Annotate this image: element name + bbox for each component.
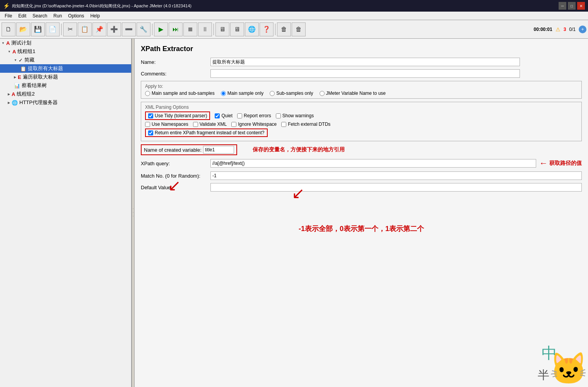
menu-run[interactable]: Run bbox=[50, 12, 65, 19]
tb-open[interactable]: 📂 bbox=[16, 22, 30, 36]
bottom-annotation: ↙ ↙ -1表示全部，0表示第一个，1表示第二个 bbox=[141, 203, 582, 233]
radio-jmeter-var[interactable]: JMeter Variable Name to use bbox=[320, 91, 386, 96]
menu-options[interactable]: Options bbox=[65, 12, 87, 19]
add-circle-button[interactable]: + bbox=[579, 26, 586, 33]
tb-start[interactable]: ▶ bbox=[154, 22, 168, 36]
window-title: 殆知阁优化.jmx (D:\soft\apache-jmeter-4.0\bin… bbox=[12, 3, 191, 9]
annotation-variable: 保存的变量名，方便接下来的地方引用 bbox=[253, 146, 345, 153]
menu-search[interactable]: Search bbox=[29, 12, 50, 19]
apply-to-group: Apply to: Main sample and sub-samples Ma… bbox=[141, 81, 582, 99]
tb-saveas[interactable]: 📄 bbox=[46, 22, 60, 36]
comments-label: Comments: bbox=[141, 71, 210, 77]
return-fragment-checkbox[interactable] bbox=[148, 130, 153, 135]
variable-label: Name of created variable: bbox=[144, 147, 202, 153]
check-fetch-dtds[interactable]: Fetch external DTDs bbox=[281, 122, 330, 127]
tb-new[interactable]: 🗋 bbox=[2, 22, 15, 36]
tb-start-no-pause[interactable]: ⏭ bbox=[169, 22, 183, 36]
check-validate-xml[interactable]: Validate XML bbox=[193, 122, 227, 127]
radio-main-sub[interactable]: Main sample and sub-samples bbox=[145, 91, 215, 96]
tb-remote-start[interactable]: 🖥 bbox=[215, 22, 229, 36]
sidebar-item-httpproxy[interactable]: ▶ 🌐 HTTP代理服务器 bbox=[0, 98, 131, 107]
check-ignore-ws[interactable]: Ignore Whitespace bbox=[231, 122, 277, 127]
sidebar-item-threadgroup1[interactable]: ▼ A 线程组1 bbox=[0, 47, 131, 56]
sidebar-item-label-extract: 提取所有大标题 bbox=[28, 65, 63, 72]
menu-help[interactable]: Help bbox=[87, 12, 103, 19]
variable-name-highlighted: Name of created variable: bbox=[141, 144, 237, 155]
menu-file[interactable]: File bbox=[2, 12, 15, 19]
use-ns-checkbox[interactable] bbox=[145, 122, 150, 127]
check-use-tidy[interactable]: Use Tidy (tolerant parser) bbox=[148, 113, 207, 118]
tree-icon-hp: 🌐 bbox=[12, 100, 18, 106]
comments-input[interactable] bbox=[210, 69, 520, 78]
error-count: 3 bbox=[564, 27, 566, 32]
return-fragment-highlighted: Return entire XPath fragment instead of … bbox=[145, 128, 268, 137]
tb-clear[interactable]: 🗑 bbox=[277, 22, 291, 36]
tb-remote-stop[interactable]: 🖥 bbox=[230, 22, 244, 36]
sidebar-item-label-testplan: 测试计划 bbox=[11, 39, 31, 46]
quiet-checkbox[interactable] bbox=[215, 113, 220, 118]
xml-row1: Use Tidy (tolerant parser) Quiet Report … bbox=[145, 111, 578, 120]
name-row: Name: bbox=[141, 58, 582, 66]
sidebar-item-threadgroup2[interactable]: ▶ A 线程组2 bbox=[0, 90, 131, 98]
xpath-row: XPath query: ← 获取路径的值 bbox=[141, 158, 582, 168]
tb-clear-all[interactable]: 🗑 bbox=[292, 22, 306, 36]
tree-icon-extract: 📋 bbox=[20, 66, 26, 72]
check-quiet[interactable]: Quiet bbox=[215, 113, 232, 118]
tb-collapse[interactable]: ➖ bbox=[122, 22, 136, 36]
tb-shutdown[interactable]: ⏸ bbox=[198, 22, 212, 36]
name-input[interactable] bbox=[210, 58, 520, 66]
check-show-warnings[interactable]: Show warnings bbox=[276, 113, 314, 118]
main-layout: ▼ A 测试计划 ▼ A 线程组1 ▼ ✓ 简藏 📋 提取所有大标题 ▶ E 遍… bbox=[0, 39, 588, 387]
fetch-dtds-checkbox[interactable] bbox=[281, 122, 286, 127]
maximize-button[interactable]: □ bbox=[568, 2, 576, 10]
variable-input[interactable] bbox=[203, 146, 234, 154]
sidebar-item-viewresult[interactable]: 📊 察看结果树 bbox=[0, 81, 131, 90]
menu-bar: File Edit Search Run Options Help bbox=[0, 12, 588, 20]
validate-xml-checkbox[interactable] bbox=[193, 122, 198, 127]
title-bar-left: ⚡ 殆知阁优化.jmx (D:\soft\apache-jmeter-4.0\b… bbox=[3, 3, 191, 9]
expand-icon-tg1: ▼ bbox=[8, 50, 11, 53]
sidebar-item-traverse[interactable]: ▶ E 遍历获取大标题 bbox=[0, 73, 131, 81]
tb-toggle[interactable]: 🔧 bbox=[137, 22, 150, 36]
check-return-fragment[interactable]: Return entire XPath fragment instead of … bbox=[148, 130, 265, 135]
expand-icon-col: ▼ bbox=[14, 58, 17, 62]
check-use-ns[interactable]: Use Namespaces bbox=[145, 122, 188, 127]
radio-main-only[interactable]: Main sample only bbox=[221, 91, 263, 96]
tb-save[interactable]: 💾 bbox=[31, 22, 45, 36]
matchno-row: Match No. (0 for Random): bbox=[141, 171, 582, 180]
apply-to-title: Apply to: bbox=[145, 84, 578, 89]
tb-sep4 bbox=[275, 24, 275, 35]
annotation-bottom: -1表示全部，0表示第一个，1表示第二个 bbox=[141, 224, 582, 233]
arrow-down-1: ↙ bbox=[168, 176, 181, 194]
panel: XPath Extractor Name: Comments: Apply to… bbox=[135, 39, 588, 240]
use-tidy-checkbox[interactable] bbox=[148, 113, 153, 118]
minimize-button[interactable]: ─ bbox=[559, 2, 566, 10]
splitter[interactable]: · · · bbox=[132, 39, 135, 387]
close-button[interactable]: ✕ bbox=[577, 2, 585, 10]
tb-cut[interactable]: ✂ bbox=[63, 22, 77, 36]
report-errors-checkbox[interactable] bbox=[237, 113, 242, 118]
sidebar-item-extract[interactable]: 📋 提取所有大标题 bbox=[0, 64, 131, 73]
title-bar-controls: ─ □ ✕ bbox=[559, 2, 585, 10]
xml-row2: Use Namespaces Validate XML Ignore White… bbox=[145, 122, 578, 127]
tree-icon-testplan: A bbox=[6, 40, 10, 46]
default-input[interactable] bbox=[210, 183, 582, 192]
tb-help[interactable]: ❓ bbox=[260, 22, 273, 36]
sidebar-item-collection[interactable]: ▼ ✓ 简藏 bbox=[0, 56, 131, 64]
tree-icon-col: ✓ bbox=[19, 57, 23, 63]
menu-edit[interactable]: Edit bbox=[15, 12, 29, 19]
tb-copy[interactable]: 📋 bbox=[78, 22, 92, 36]
xpath-input[interactable] bbox=[210, 159, 536, 168]
sidebar-item-testplan[interactable]: ▼ A 测试计划 bbox=[0, 39, 131, 47]
show-warnings-checkbox[interactable] bbox=[276, 113, 281, 118]
tb-remote-all[interactable]: 🌐 bbox=[245, 22, 259, 36]
sidebar-item-label-tg1: 线程组1 bbox=[17, 48, 35, 55]
tb-expand[interactable]: ➕ bbox=[107, 22, 121, 36]
sidebar-item-label-col: 简藏 bbox=[24, 57, 34, 63]
matchno-input[interactable] bbox=[210, 171, 582, 180]
radio-sub-only[interactable]: Sub-samples only bbox=[270, 91, 313, 96]
tb-stop[interactable]: ⏹ bbox=[183, 22, 197, 36]
ignore-ws-checkbox[interactable] bbox=[231, 122, 236, 127]
check-report-errors[interactable]: Report errors bbox=[237, 113, 271, 118]
tb-paste[interactable]: 📌 bbox=[92, 22, 106, 36]
